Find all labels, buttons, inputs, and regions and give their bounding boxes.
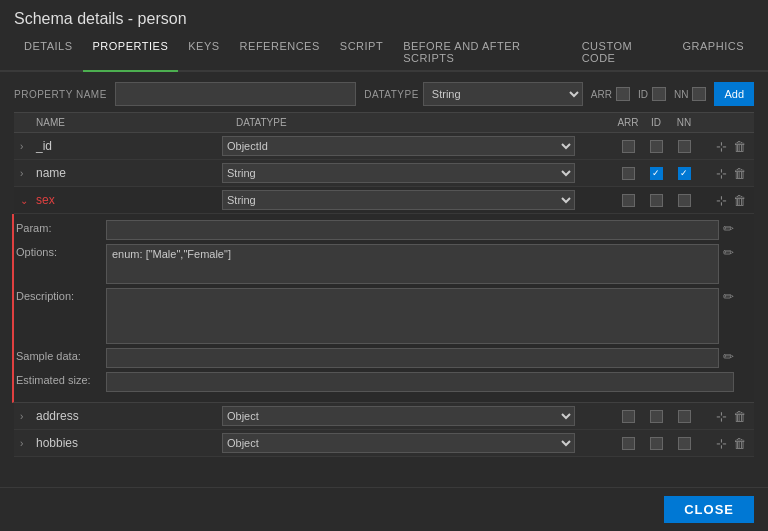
arr-checkbox[interactable] xyxy=(616,87,630,101)
prop-name-address: address xyxy=(36,409,222,423)
expand-sample-input[interactable] xyxy=(106,348,719,368)
prop-arr-hobbies xyxy=(614,437,642,450)
tab-graphics[interactable]: GRAPHICS xyxy=(673,34,754,72)
prop-dt-select-name[interactable]: String ObjectId Object xyxy=(222,163,575,183)
prop-datatype-address: Object String ObjectId xyxy=(222,406,614,426)
move-icon-name[interactable]: ⊹ xyxy=(714,165,729,182)
arr-checkbox-name[interactable] xyxy=(622,167,635,180)
prop-dt-select-sex[interactable]: String ObjectId Object xyxy=(222,190,575,210)
nn-checkbox[interactable] xyxy=(692,87,706,101)
expand-description-row: Description: ✏ xyxy=(16,288,734,344)
prop-dt-select-address[interactable]: Object String ObjectId xyxy=(222,406,575,426)
description-edit-icon[interactable]: ✏ xyxy=(723,288,734,304)
add-property-row: PROPERTY NAME DATATYPE String ObjectId O… xyxy=(14,82,754,106)
prop-name-name: name xyxy=(36,166,222,180)
col-header-arr: ARR xyxy=(614,117,642,128)
col-header-nn: NN xyxy=(670,117,698,128)
prop-actions-id: ⊹ 🗑 xyxy=(698,138,748,155)
table-row: › hobbies Object String ObjectId ⊹ 🗑 xyxy=(14,430,754,457)
prop-id-hobbies xyxy=(642,437,670,450)
id-checkbox-address[interactable] xyxy=(650,410,663,423)
sample-edit-icon[interactable]: ✏ xyxy=(723,348,734,364)
arr-checkbox-id[interactable] xyxy=(622,140,635,153)
move-icon-id[interactable]: ⊹ xyxy=(714,138,729,155)
expand-estimated-input[interactable] xyxy=(106,372,734,392)
options-edit-icon[interactable]: ✏ xyxy=(723,244,734,260)
prop-id-name xyxy=(642,167,670,180)
delete-icon-sex[interactable]: 🗑 xyxy=(731,192,748,209)
expand-options-textarea[interactable]: enum: ["Male","Female"] xyxy=(106,244,719,284)
param-edit-icon[interactable]: ✏ xyxy=(723,220,734,236)
table-row: ⌄ sex String ObjectId Object ⊹ 🗑 xyxy=(14,187,754,214)
tab-script[interactable]: SCRIPT xyxy=(330,34,393,72)
id-checkbox-name[interactable] xyxy=(650,167,663,180)
nn-checkbox-name[interactable] xyxy=(678,167,691,180)
expand-sample-label: Sample data: xyxy=(16,348,106,362)
expand-param-input[interactable] xyxy=(106,220,719,240)
tab-details[interactable]: DETAILS xyxy=(14,34,83,72)
arr-header-label: ARR xyxy=(591,89,612,100)
row-chevron-name[interactable]: › xyxy=(20,168,34,179)
expand-param-label: Param: xyxy=(16,220,106,234)
delete-icon-name[interactable]: 🗑 xyxy=(731,165,748,182)
move-icon-address[interactable]: ⊹ xyxy=(714,408,729,425)
id-checkbox-sex[interactable] xyxy=(650,194,663,207)
row-chevron-address[interactable]: › xyxy=(20,411,34,422)
row-chevron-sex[interactable]: ⌄ xyxy=(20,195,34,206)
prop-arr-sex xyxy=(614,194,642,207)
table-header-row: NAME DATATYPE ARR ID NN xyxy=(14,112,754,133)
arr-checkbox-address[interactable] xyxy=(622,410,635,423)
expand-estimated-row: Estimated size: xyxy=(16,372,734,392)
tab-references[interactable]: REFERENCES xyxy=(230,34,330,72)
prop-arr-address xyxy=(614,410,642,423)
col-header-datatype: DATATYPE xyxy=(236,117,614,128)
add-property-button[interactable]: Add xyxy=(714,82,754,106)
arr-checkbox-hobbies[interactable] xyxy=(622,437,635,450)
prop-name-id: _id xyxy=(36,139,222,153)
prop-dt-select-hobbies[interactable]: Object String ObjectId xyxy=(222,433,575,453)
row-chevron-id[interactable]: › xyxy=(20,141,34,152)
datatype-select[interactable]: String ObjectId Object Array Number Bool… xyxy=(423,82,583,106)
tab-keys[interactable]: KEYS xyxy=(178,34,229,72)
arr-checkbox-sex[interactable] xyxy=(622,194,635,207)
delete-icon-address[interactable]: 🗑 xyxy=(731,408,748,425)
prop-id-sex xyxy=(642,194,670,207)
prop-actions-address: ⊹ 🗑 xyxy=(698,408,748,425)
id-checkbox[interactable] xyxy=(652,87,666,101)
table-row: › _id ObjectId String Object ⊹ 🗑 xyxy=(14,133,754,160)
property-name-input[interactable] xyxy=(115,82,356,106)
id-checkbox-id[interactable] xyxy=(650,140,663,153)
expand-estimated-label: Estimated size: xyxy=(16,372,106,386)
expanded-detail-sex: Param: ✏ Options: enum: ["Male","Female"… xyxy=(12,214,754,403)
prop-nn-address xyxy=(670,410,698,423)
move-icon-sex[interactable]: ⊹ xyxy=(714,192,729,209)
prop-actions-name: ⊹ 🗑 xyxy=(698,165,748,182)
prop-datatype-hobbies: Object String ObjectId xyxy=(222,433,614,453)
nn-checkbox-address[interactable] xyxy=(678,410,691,423)
datatype-label: DATATYPE xyxy=(364,89,419,100)
prop-dt-select-id[interactable]: ObjectId String Object xyxy=(222,136,575,156)
prop-id-address xyxy=(642,410,670,423)
expand-description-textarea[interactable] xyxy=(106,288,719,344)
move-icon-hobbies[interactable]: ⊹ xyxy=(714,435,729,452)
delete-icon-hobbies[interactable]: 🗑 xyxy=(731,435,748,452)
prop-id-id xyxy=(642,140,670,153)
prop-nn-name xyxy=(670,167,698,180)
id-checkbox-hobbies[interactable] xyxy=(650,437,663,450)
prop-nn-id xyxy=(670,140,698,153)
close-button[interactable]: CLOSE xyxy=(664,496,754,523)
nn-checkbox-sex[interactable] xyxy=(678,194,691,207)
tab-properties[interactable]: PROPERTIES xyxy=(83,34,179,72)
expand-options-row: Options: enum: ["Male","Female"] ✏ xyxy=(16,244,734,284)
delete-icon-id[interactable]: 🗑 xyxy=(731,138,748,155)
nn-checkbox-hobbies[interactable] xyxy=(678,437,691,450)
tab-custom-code[interactable]: CUSTOM CODE xyxy=(572,34,673,72)
nn-checkbox-id[interactable] xyxy=(678,140,691,153)
row-chevron-hobbies[interactable]: › xyxy=(20,438,34,449)
id-checkbox-group: ID xyxy=(638,87,666,101)
tab-before-after[interactable]: BEFORE AND AFTER SCRIPTS xyxy=(393,34,572,72)
datatype-select-wrap: DATATYPE String ObjectId Object Array Nu… xyxy=(364,82,583,106)
expand-sample-row: Sample data: ✏ xyxy=(16,348,734,368)
prop-nn-hobbies xyxy=(670,437,698,450)
arr-checkbox-group: ARR xyxy=(591,87,630,101)
